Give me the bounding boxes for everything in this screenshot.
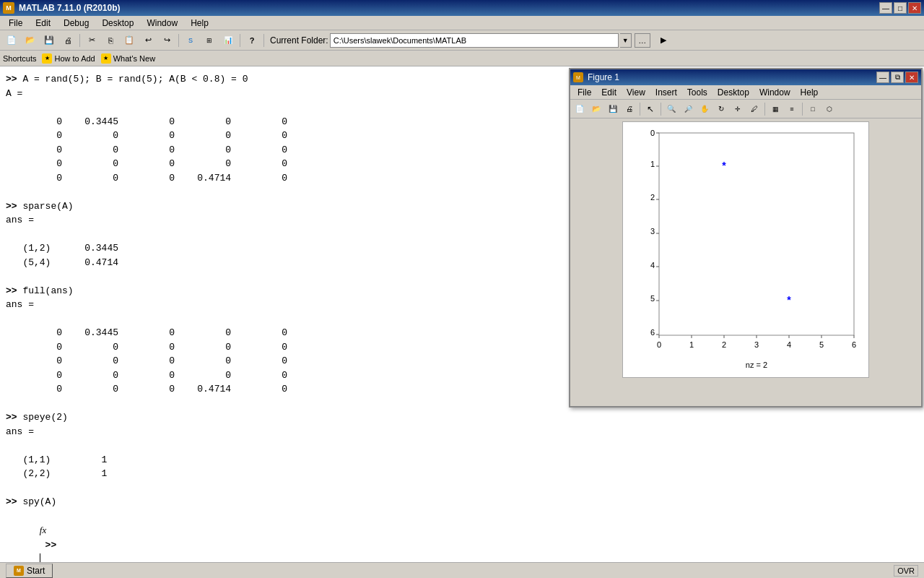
- fig-tb-cursor[interactable]: ↖: [642, 101, 658, 117]
- fig-tb-zoom-out[interactable]: 🔎: [680, 101, 696, 117]
- current-folder-label: Current Folder:: [270, 35, 328, 46]
- shortcut-how-to-add-icon: ★: [42, 53, 52, 64]
- start-label: Start: [27, 566, 45, 576]
- tb-go-btn[interactable]: ▶: [655, 33, 672, 48]
- fig-tb-sep2: [661, 103, 661, 116]
- figure-title-bar: M Figure 1 — ⧉ ✕: [570, 69, 921, 85]
- svg-text:3: 3: [754, 340, 759, 349]
- folder-dropdown-button[interactable]: ▼: [620, 33, 632, 48]
- tb-copy[interactable]: ⎘: [102, 33, 119, 48]
- figure-menu-bar: File Edit View Insert Tools Desktop Wind…: [570, 85, 921, 100]
- fig-tb-rotate[interactable]: ↻: [713, 101, 729, 117]
- menu-debug[interactable]: Debug: [58, 17, 95, 30]
- shortcut-how-to-add[interactable]: ★ How to Add: [42, 53, 95, 64]
- final-prompt: >>: [40, 540, 62, 551]
- title-controls: — □ ✕: [879, 2, 921, 14]
- svg-text:4: 4: [787, 340, 791, 349]
- fig-menu-view[interactable]: View: [622, 86, 650, 99]
- menu-file[interactable]: File: [3, 17, 28, 30]
- maximize-button[interactable]: □: [894, 2, 907, 14]
- svg-text:6: 6: [650, 328, 655, 337]
- shortcuts-label: Shortcuts: [3, 54, 36, 63]
- svg-text:2: 2: [722, 340, 726, 349]
- tb-new-file[interactable]: 📄: [3, 33, 20, 48]
- tb-sep1: [79, 34, 80, 47]
- figure-toolbar: 📄 📂 💾 🖨 ↖ 🔍 🔎 ✋ ↻ ✛ 🖊 ▦ ≡ □ ⬡: [570, 100, 921, 118]
- menu-edit[interactable]: Edit: [30, 17, 56, 30]
- spy-plot: 0 1 2 3 4 5 6 0: [623, 122, 868, 375]
- tb-help-btn[interactable]: ?: [243, 33, 261, 48]
- svg-text:4: 4: [650, 261, 655, 269]
- figure-controls: — ⧉ ✕: [876, 72, 918, 83]
- tb-simulink[interactable]: S: [182, 33, 199, 48]
- figure-icon: M: [573, 72, 583, 82]
- tb-print[interactable]: 🖨: [59, 33, 77, 48]
- svg-text:2: 2: [650, 193, 655, 202]
- fig-menu-help[interactable]: Help: [796, 86, 823, 99]
- fig-tb-sep4: [802, 103, 803, 116]
- tb-redo[interactable]: ↪: [158, 33, 175, 48]
- status-bar: M Start OVR: [0, 562, 924, 578]
- fig-tb-legend[interactable]: ≡: [784, 101, 800, 117]
- tb-cut[interactable]: ✂: [83, 33, 100, 48]
- fig-tb-colorbar[interactable]: ▦: [767, 101, 783, 117]
- tb-guide[interactable]: ⊞: [201, 33, 218, 48]
- fig-menu-tools[interactable]: Tools: [683, 86, 712, 99]
- menu-desktop[interactable]: Desktop: [96, 17, 139, 30]
- shortcuts-bar: Shortcuts ★ How to Add ★ What's New: [0, 51, 924, 66]
- toolbar: 📄 📂 💾 🖨 ✂ ⎘ 📋 ↩ ↪ S ⊞ 📊 ? Current Folder…: [0, 30, 924, 51]
- fig-tb-2d[interactable]: □: [805, 101, 821, 117]
- fig-tb-datacursor[interactable]: ✛: [730, 101, 746, 117]
- fig-tb-pan[interactable]: ✋: [697, 101, 712, 117]
- fig-tb-save[interactable]: 💾: [605, 101, 621, 117]
- figure-restore-button[interactable]: ⧉: [891, 72, 904, 83]
- fig-tb-open[interactable]: 📂: [588, 101, 604, 117]
- fig-tb-sep3: [764, 103, 765, 116]
- tb-profiler[interactable]: 📊: [219, 33, 237, 48]
- fig-tb-3d[interactable]: ⬡: [821, 101, 837, 117]
- svg-text:5: 5: [819, 340, 824, 349]
- folder-path-input[interactable]: [330, 33, 619, 48]
- cmd-line-blank6: [6, 439, 918, 453]
- tb-sep4: [263, 34, 264, 47]
- tb-undo[interactable]: ↩: [139, 33, 157, 48]
- fig-menu-window[interactable]: Window: [755, 86, 795, 99]
- svg-text:6: 6: [852, 340, 856, 349]
- cmd-speye-row2: (2,2) 1: [6, 467, 918, 481]
- shortcut-whats-new-icon: ★: [101, 53, 111, 64]
- close-button[interactable]: ✕: [908, 2, 921, 14]
- figure-minimize-button[interactable]: —: [876, 72, 889, 83]
- svg-text:*: *: [787, 294, 791, 306]
- svg-text:5: 5: [650, 294, 655, 303]
- tb-save[interactable]: 💾: [40, 33, 58, 48]
- fig-tb-brush[interactable]: 🖊: [746, 101, 762, 117]
- figure-close-button[interactable]: ✕: [905, 72, 918, 83]
- menu-help[interactable]: Help: [185, 17, 214, 30]
- tb-open[interactable]: 📂: [22, 33, 39, 48]
- matlab-icon: M: [3, 2, 14, 14]
- menu-window[interactable]: Window: [141, 17, 183, 30]
- tb-paste[interactable]: 📋: [121, 33, 138, 48]
- fig-menu-insert[interactable]: Insert: [651, 86, 681, 99]
- fig-menu-desktop[interactable]: Desktop: [713, 86, 754, 99]
- svg-text:*: *: [722, 160, 726, 171]
- shortcut-whats-new[interactable]: ★ What's New: [101, 53, 155, 64]
- fig-tb-zoom-in[interactable]: 🔍: [663, 101, 679, 117]
- minimize-button[interactable]: —: [879, 2, 892, 14]
- fig-menu-file[interactable]: File: [573, 86, 596, 99]
- folder-browse-button[interactable]: …: [635, 33, 650, 48]
- title-bar: M MATLAB 7.11.0 (R2010b) — □ ✕: [0, 0, 924, 16]
- shortcut-how-to-add-label: How to Add: [54, 54, 95, 63]
- fig-tb-new[interactable]: 📄: [572, 101, 588, 117]
- fig-tb-sep1: [640, 103, 640, 116]
- title-bar-left: M MATLAB 7.11.0 (R2010b): [3, 2, 120, 14]
- fig-menu-edit[interactable]: Edit: [597, 86, 621, 99]
- cmd-ans3: ans =: [6, 425, 918, 439]
- fig-tb-print[interactable]: 🖨: [622, 101, 637, 117]
- cmd-speye: >> speye(2): [6, 410, 918, 425]
- tb-sep2: [178, 34, 179, 47]
- window-title: MATLAB 7.11.0 (R2010b): [19, 3, 120, 13]
- cmd-cursor-line[interactable]: fx >>: [6, 509, 918, 563]
- cmd-spy: >> spy(A): [6, 495, 918, 509]
- start-button[interactable]: M Start: [6, 564, 53, 578]
